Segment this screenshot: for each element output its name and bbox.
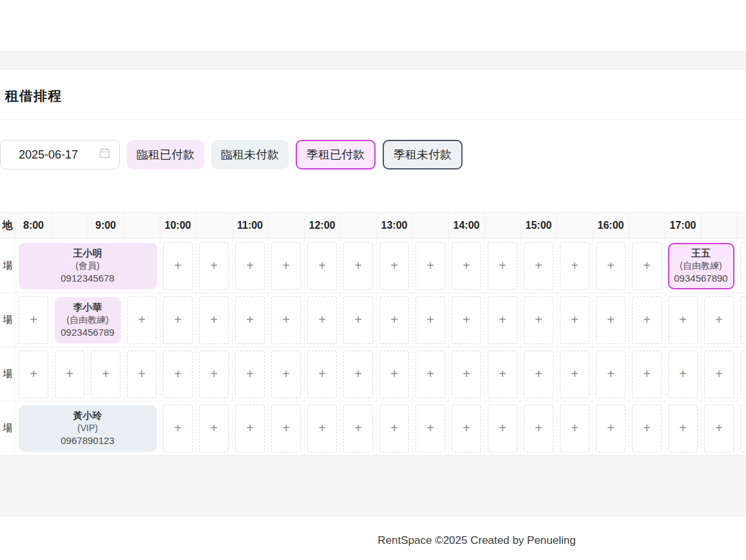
empty-slot-add-button[interactable]: + — [127, 296, 157, 344]
booking-card[interactable]: 王五(自由教練)0934567890 — [668, 243, 734, 289]
empty-slot-add-button[interactable]: + — [596, 242, 626, 290]
empty-slot-add-button[interactable]: + — [524, 351, 553, 398]
empty-slot-add-button[interactable]: + — [163, 405, 193, 452]
empty-slot-add-button[interactable]: + — [560, 405, 589, 452]
empty-slot-add-button[interactable]: + — [632, 296, 662, 344]
empty-slot-add-button[interactable]: + — [235, 242, 265, 290]
time-slot-cell: + — [484, 347, 521, 401]
empty-slot-add-button[interactable]: + — [704, 296, 734, 344]
empty-slot-add-button[interactable]: + — [343, 242, 373, 290]
time-slot-cell: + — [665, 293, 701, 347]
time-slot-cell: + — [448, 293, 484, 347]
empty-slot-add-button[interactable]: + — [596, 296, 626, 344]
empty-slot-add-button[interactable]: + — [740, 242, 746, 290]
empty-slot-add-button[interactable]: + — [163, 296, 193, 344]
empty-slot-add-button[interactable]: + — [163, 242, 193, 290]
date-picker-input[interactable]: 2025-06-17 — [0, 140, 120, 169]
booking-slot-cell: 黃小玲(VIP)0967890123 — [15, 401, 160, 456]
empty-slot-add-button[interactable]: + — [343, 405, 373, 452]
time-slot-cell: + — [521, 347, 557, 401]
empty-slot-add-button[interactable]: + — [307, 242, 337, 290]
empty-slot-add-button[interactable]: + — [343, 296, 373, 344]
empty-slot-add-button[interactable]: + — [596, 405, 626, 452]
empty-slot-add-button[interactable]: + — [307, 405, 337, 452]
booking-card[interactable]: 王小明(會員)0912345678 — [19, 243, 157, 289]
empty-slot-add-button[interactable]: + — [524, 405, 553, 452]
empty-slot-add-button[interactable]: + — [343, 351, 373, 398]
booking-card[interactable]: 李小華(自由教練)0923456789 — [55, 297, 121, 343]
empty-slot-add-button[interactable]: + — [560, 351, 589, 398]
schedule-table-container[interactable]: 地 8:009:0010:0011:0012:0013:0014:0015:00… — [0, 212, 746, 456]
time-slot-cell: + — [88, 347, 124, 401]
empty-slot-add-button[interactable]: + — [235, 296, 265, 344]
empty-slot-add-button[interactable]: + — [199, 296, 229, 344]
empty-slot-add-button[interactable]: + — [19, 351, 48, 398]
empty-slot-add-button[interactable]: + — [271, 242, 301, 290]
legend-season-rent-unpaid[interactable]: 季租未付款 — [383, 140, 463, 169]
empty-slot-add-button[interactable]: + — [235, 351, 265, 398]
empty-slot-add-button[interactable]: + — [452, 351, 481, 398]
empty-slot-add-button[interactable]: + — [488, 405, 517, 452]
empty-slot-add-button[interactable]: + — [560, 296, 589, 344]
empty-slot-add-button[interactable]: + — [740, 351, 746, 398]
empty-slot-add-button[interactable]: + — [199, 242, 229, 290]
time-slot-cell: + — [412, 293, 448, 347]
booking-card[interactable]: 黃小玲(VIP)0967890123 — [19, 405, 157, 452]
empty-slot-add-button[interactable]: + — [127, 351, 157, 398]
time-header-16:00: 16:00 — [593, 213, 629, 239]
empty-slot-add-button[interactable]: + — [488, 242, 517, 290]
empty-slot-add-button[interactable]: + — [163, 351, 193, 398]
empty-slot-add-button[interactable]: + — [704, 405, 734, 452]
empty-slot-add-button[interactable]: + — [199, 405, 229, 452]
empty-slot-add-button[interactable]: + — [235, 405, 265, 452]
empty-slot-add-button[interactable]: + — [704, 351, 734, 398]
time-header-9:00: 9:00 — [88, 213, 124, 239]
time-header-11:00: 11:00 — [232, 213, 268, 239]
empty-slot-add-button[interactable]: + — [307, 351, 337, 398]
time-slot-cell: + — [737, 347, 746, 401]
empty-slot-add-button[interactable]: + — [379, 296, 409, 344]
empty-slot-add-button[interactable]: + — [307, 296, 337, 344]
empty-slot-add-button[interactable]: + — [668, 405, 698, 452]
venue-row: 場+李小華(自由教練)0923456789++++++++++++++++++ — [0, 293, 746, 347]
calendar-icon[interactable] — [99, 148, 110, 162]
empty-slot-add-button[interactable]: + — [668, 351, 698, 398]
empty-slot-add-button[interactable]: + — [416, 242, 445, 290]
legend-temp-rent-unpaid[interactable]: 臨租未付款 — [211, 140, 289, 169]
time-slot-cell: + — [232, 239, 268, 293]
legend-temp-rent-paid[interactable]: 臨租已付款 — [127, 140, 204, 169]
empty-slot-add-button[interactable]: + — [19, 296, 48, 344]
empty-slot-add-button[interactable]: + — [740, 296, 746, 344]
empty-slot-add-button[interactable]: + — [379, 405, 409, 452]
empty-slot-add-button[interactable]: + — [560, 242, 589, 290]
empty-slot-add-button[interactable]: + — [632, 351, 662, 398]
empty-slot-add-button[interactable]: + — [91, 351, 120, 398]
time-header-12:00: 12:00 — [304, 213, 340, 239]
empty-slot-add-button[interactable]: + — [452, 296, 481, 344]
legend-season-rent-paid[interactable]: 季租已付款 — [296, 140, 376, 169]
time-header-15:00: 15:00 — [521, 213, 557, 239]
empty-slot-add-button[interactable]: + — [668, 296, 698, 344]
empty-slot-add-button[interactable]: + — [199, 351, 229, 398]
empty-slot-add-button[interactable]: + — [488, 296, 517, 344]
time-header-13:00: 13:00 — [376, 213, 412, 239]
empty-slot-add-button[interactable]: + — [632, 405, 662, 452]
empty-slot-add-button[interactable]: + — [416, 351, 445, 398]
empty-slot-add-button[interactable]: + — [596, 351, 626, 398]
empty-slot-add-button[interactable]: + — [379, 351, 409, 398]
empty-slot-add-button[interactable]: + — [416, 405, 445, 452]
empty-slot-add-button[interactable]: + — [271, 296, 301, 344]
empty-slot-add-button[interactable]: + — [452, 405, 481, 452]
empty-slot-add-button[interactable]: + — [524, 242, 553, 290]
empty-slot-add-button[interactable]: + — [488, 351, 517, 398]
empty-slot-add-button[interactable]: + — [55, 351, 84, 398]
empty-slot-add-button[interactable]: + — [452, 242, 481, 290]
empty-slot-add-button[interactable]: + — [271, 405, 301, 452]
empty-slot-add-button[interactable]: + — [271, 351, 301, 398]
time-slot-cell: + — [484, 401, 521, 456]
empty-slot-add-button[interactable]: + — [524, 296, 553, 344]
empty-slot-add-button[interactable]: + — [740, 405, 746, 452]
empty-slot-add-button[interactable]: + — [379, 242, 409, 290]
empty-slot-add-button[interactable]: + — [632, 242, 662, 290]
empty-slot-add-button[interactable]: + — [416, 296, 445, 344]
